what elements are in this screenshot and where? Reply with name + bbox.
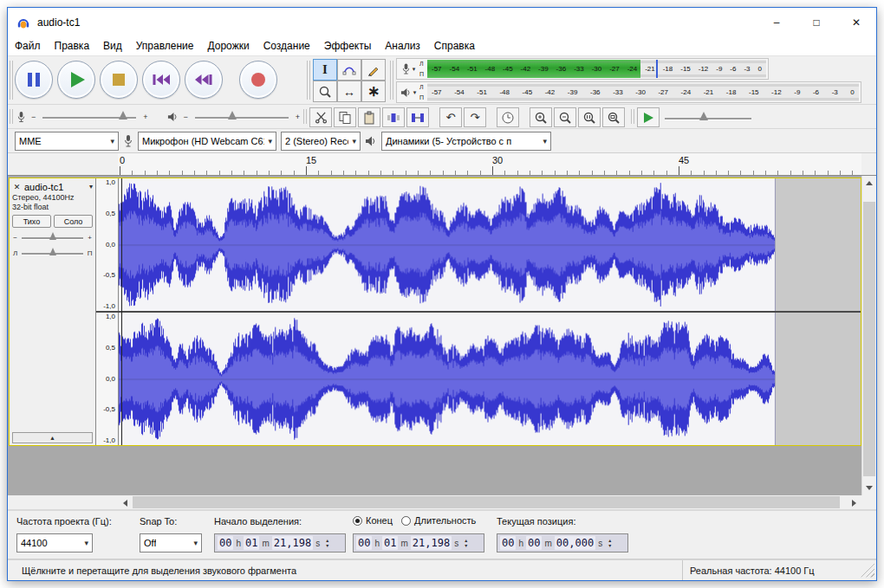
speaker-volume-thumb[interactable] [228,111,237,120]
resize-grip[interactable] [861,564,874,578]
radio-end[interactable]: Конец [353,515,393,526]
multi-tool-button[interactable]: ∗ [361,81,386,102]
snap-to-select[interactable]: Off ▾ [140,533,202,552]
paste-button[interactable] [358,107,380,127]
horizontal-scrollbar[interactable] [8,495,876,510]
draw-tool-button[interactable] [361,59,386,81]
trim-outside-selection-button[interactable] [382,107,405,127]
title-bar[interactable]: audio-tc1 – □ ✕ [8,8,876,37]
radio-length[interactable]: Длительность [401,515,476,526]
menu-item[interactable]: Создание [257,37,317,55]
time-spinner[interactable]: ▴▾ [465,538,467,548]
vertical-ruler-left[interactable]: 1,00,50,0-0,5-1,0 [96,178,119,311]
edit-toolbar-grip[interactable] [303,109,307,124]
recording-meter-dropdown-icon[interactable]: ▾ [413,66,416,73]
selection-tool-button[interactable]: I [313,59,337,81]
track-menu-dropdown-icon[interactable]: ▾ [89,183,93,191]
scroll-left-button[interactable] [118,495,133,510]
time-spinner[interactable]: ▴▾ [326,538,328,548]
record-volume-slider[interactable] [41,108,138,126]
pan-slider[interactable] [21,247,84,259]
menu-item[interactable]: Эффекты [317,37,379,55]
meter-scale-label: -54 [450,65,460,73]
audio-host-select[interactable]: MME ▾ [15,132,119,151]
close-button[interactable]: ✕ [836,8,876,37]
stop-button[interactable] [100,61,138,99]
play-button[interactable] [57,61,95,99]
track-pan-thumb[interactable] [49,248,56,255]
mute-button[interactable]: Тихо [12,215,51,228]
time-spinner[interactable]: ▴▾ [608,538,611,548]
menu-item[interactable]: Дорожки [201,37,257,55]
pause-button[interactable] [15,61,53,99]
radio-length-dot [401,516,411,526]
playback-meter-dropdown-icon[interactable]: ▾ [413,89,417,96]
transport-toolbar-grip[interactable] [10,61,13,100]
project-rate-select[interactable]: 44100 ▾ [16,533,93,552]
current-position-field[interactable]: 00h00m00,000s ▴▾ [497,533,628,552]
scroll-up-button[interactable] [862,176,876,191]
selection-end-field[interactable]: 00h01m21,198s ▴▾ [353,533,484,552]
playback-device-select[interactable]: Динамики (5- Устройство с п ▾ [381,132,551,151]
fit-selection-button[interactable] [578,107,601,127]
scroll-down-button[interactable] [862,481,876,495]
playback-volume-slider[interactable] [193,108,290,126]
menu-item[interactable]: Управление [129,37,201,55]
horizontal-scroll-thumb[interactable] [133,496,840,508]
track-close-button[interactable]: ✕ [12,182,22,192]
skip-to-end-button[interactable] [185,61,223,99]
gain-slider[interactable] [21,231,84,243]
arrow-up-icon [866,181,873,185]
solo-button[interactable]: Соло [54,215,93,228]
track-title[interactable]: audio-tc1 [24,182,87,192]
cut-button[interactable] [309,107,332,127]
maximize-button[interactable]: □ [796,8,836,37]
project-rate-label: Частота проекта (Гц): [16,516,112,527]
meter-scale-label: -21 [704,88,714,96]
mixer-toolbar-grip[interactable] [10,109,13,124]
recording-channels-select[interactable]: 2 (Stereo) Record ▾ [281,132,361,151]
pan-left-label: Л [12,249,18,257]
menu-item[interactable]: Анализ [378,37,427,55]
recording-meter[interactable]: ▾ Л П -57-54-51-48-45-42-39-36-33-30-27-… [396,58,769,80]
track-collapse-button[interactable]: ▲ [12,432,93,443]
menu-item[interactable]: Справка [427,37,482,55]
play-speed-thumb[interactable] [699,112,708,120]
minimize-button[interactable]: – [757,8,796,37]
mic-volume-thumb[interactable] [119,111,127,120]
zoom-tool-button[interactable] [313,81,337,102]
waveform-left[interactable] [119,178,861,311]
record-button[interactable] [239,61,277,99]
copy-button[interactable] [334,107,356,127]
arrow-right-icon [852,500,856,507]
silence-selection-button[interactable] [406,107,429,127]
playback-meter[interactable]: ▾ Л П -57-54-51-48-45-42-39-36-33-30-27-… [396,81,861,103]
vertical-scroll-thumb[interactable] [863,202,875,476]
recording-device-select[interactable]: Микрофон (HD Webcam C615 ▾ [138,132,276,151]
waveform-right[interactable] [119,313,861,445]
arrow-down-icon [866,486,873,490]
track-gain-thumb[interactable] [49,232,56,240]
envelope-tool-button[interactable] [337,59,361,81]
sync-lock-button[interactable] [497,107,519,127]
play-speed-toolbar-grip[interactable] [631,109,634,124]
vertical-scrollbar[interactable] [861,176,876,495]
fit-project-button[interactable] [602,107,625,127]
menu-item[interactable]: Файл [8,37,48,55]
play-at-speed-button[interactable] [637,107,660,127]
zoom-out-button[interactable] [554,107,576,127]
menu-item[interactable]: Правка [48,37,97,55]
vertical-ruler-right[interactable]: 1,00,50,0-0,5-1,0 [96,313,119,445]
undo-button[interactable]: ↶ [439,107,462,127]
play-speed-slider[interactable] [663,109,753,126]
redo-button[interactable]: ↷ [464,107,486,127]
scroll-right-button[interactable] [847,495,861,510]
time-shift-tool-button[interactable]: ↔ [337,81,361,102]
meter-toolbar-grip[interactable] [390,61,393,100]
selection-start-field[interactable]: 00h01m21,198s ▴▾ [214,533,346,552]
timeline-ruler[interactable]: 0153045 [118,153,861,175]
zoom-in-button[interactable] [530,107,552,127]
skip-to-start-button[interactable] [142,61,180,99]
tools-toolbar-grip[interactable] [307,61,310,100]
menu-item[interactable]: Вид [96,37,129,55]
